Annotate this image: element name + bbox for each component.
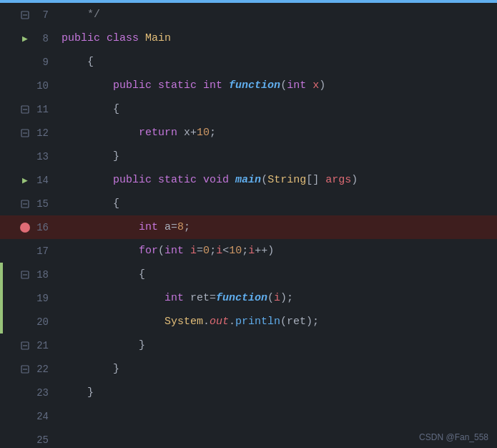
line-number-14: 14 — [33, 175, 49, 186]
line-gutter-9: 9 — [3, 50, 53, 74]
code-token: i — [274, 292, 280, 304]
line-gutter-25: 25 — [3, 428, 53, 448]
code-token: ( — [267, 292, 274, 304]
line-gutter-21: 21 — [3, 333, 53, 357]
line-number-9: 9 — [33, 57, 49, 68]
line-code-7: */ — [53, 3, 497, 26]
line-code-21: } — [53, 333, 497, 357]
code-editor: 7 */▶8public class Main9 {10 public stat… — [0, 0, 497, 448]
code-token: = — [197, 245, 203, 257]
code-token: ; — [184, 221, 190, 233]
code-line-7: 7 */ — [0, 3, 497, 26]
code-token: String — [267, 174, 306, 186]
code-token: } — [61, 339, 145, 351]
code-token: 10 — [197, 127, 210, 139]
code-token: i — [190, 245, 197, 257]
code-token: < — [222, 245, 229, 257]
fold-icon[interactable] — [20, 341, 30, 351]
code-token: ret= — [184, 292, 216, 304]
code-token: a= — [158, 221, 177, 233]
code-token: function — [229, 79, 280, 92]
play-icon[interactable]: ▶ — [20, 175, 30, 185]
line-gutter-19: 19 — [3, 286, 53, 310]
code-token: main — [235, 174, 261, 186]
code-token: args — [325, 174, 351, 186]
code-line-22: 22 } — [0, 357, 497, 381]
code-line-17: 17 for(int i=0;i<10;i++) — [0, 239, 497, 263]
code-line-9: 9 { — [0, 50, 497, 74]
code-token: { — [61, 103, 119, 115]
code-token: { — [61, 198, 119, 210]
code-token: . — [203, 316, 210, 328]
code-line-24: 24 — [0, 404, 497, 428]
line-number-21: 21 — [33, 340, 49, 351]
line-number-7: 7 — [33, 9, 49, 21]
line-code-13: } — [53, 145, 497, 168]
line-number-15: 15 — [33, 198, 49, 210]
line-code-23: } — [53, 381, 497, 404]
code-token: System — [61, 316, 203, 328]
code-token: for — [61, 245, 158, 257]
code-token: ) — [319, 79, 325, 92]
code-token — [229, 174, 235, 186]
code-token — [197, 79, 203, 92]
code-line-14: ▶14 public static void main(String[] arg… — [0, 168, 497, 192]
code-token: (ret); — [280, 316, 319, 328]
code-token — [152, 174, 158, 186]
line-gutter-22: 22 — [3, 357, 53, 381]
line-number-23: 23 — [33, 387, 49, 399]
code-token — [222, 79, 229, 92]
code-token: ; — [242, 245, 248, 257]
code-token: 10 — [229, 245, 242, 257]
code-token: ; — [210, 127, 216, 139]
code-line-16: 16 int a=8; — [0, 215, 497, 239]
code-token: ( — [280, 79, 287, 92]
code-token: 8 — [177, 221, 184, 233]
line-number-8: 8 — [33, 33, 49, 44]
line-number-12: 12 — [33, 127, 49, 139]
code-token: { — [61, 268, 145, 281]
line-code-24 — [53, 404, 497, 428]
code-token: } — [61, 363, 119, 375]
code-token: { — [61, 56, 94, 68]
fold-icon[interactable] — [20, 104, 30, 115]
code-token: x — [313, 79, 319, 92]
line-gutter-18: 18 — [3, 263, 53, 286]
line-code-14: public static void main(String[] args) — [53, 168, 497, 192]
line-gutter-16: 16 — [3, 215, 53, 239]
play-icon[interactable]: ▶ — [20, 34, 30, 44]
line-gutter-12: 12 — [3, 121, 53, 145]
breakpoint-dot[interactable] — [20, 223, 30, 233]
fold-icon[interactable] — [20, 270, 30, 280]
code-line-23: 23 } — [0, 381, 497, 404]
code-token: ); — [280, 292, 293, 304]
code-token — [197, 174, 203, 186]
line-number-18: 18 — [33, 269, 49, 281]
line-gutter-20: 20 — [3, 310, 53, 333]
code-token: int — [203, 79, 222, 92]
fold-icon[interactable] — [20, 10, 30, 20]
fold-icon[interactable] — [20, 128, 30, 138]
line-gutter-24: 24 — [3, 404, 53, 428]
code-token: ) — [351, 174, 358, 186]
code-token: public — [61, 174, 152, 186]
line-code-17: for(int i=0;i<10;i++) — [53, 239, 497, 263]
line-number-22: 22 — [33, 364, 49, 375]
code-line-19: 19 int ret=function(i); — [0, 286, 497, 310]
line-gutter-17: 17 — [3, 239, 53, 263]
code-token: static — [158, 174, 197, 186]
code-token — [152, 79, 158, 92]
fold-icon[interactable] — [20, 199, 30, 209]
code-area: 7 */▶8public class Main9 {10 public stat… — [0, 3, 497, 448]
fold-icon[interactable] — [20, 364, 30, 374]
code-token: int — [164, 245, 184, 257]
line-code-18: { — [53, 263, 497, 286]
code-token: */ — [61, 9, 100, 21]
code-line-13: 13 } — [0, 145, 497, 168]
line-code-22: } — [53, 357, 497, 381]
code-token: static — [158, 79, 197, 92]
code-token: [] — [306, 174, 325, 186]
code-token — [139, 32, 145, 44]
line-code-15: { — [53, 192, 497, 215]
line-number-17: 17 — [33, 245, 49, 257]
